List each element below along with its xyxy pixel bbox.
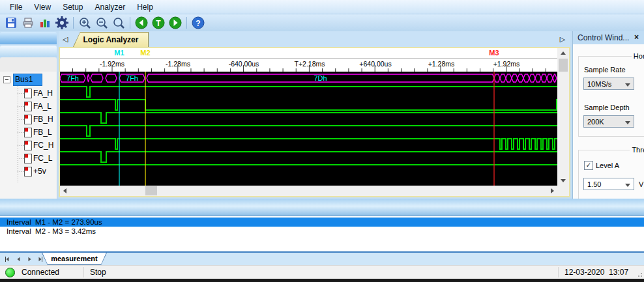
chevron-down-icon bbox=[625, 184, 630, 187]
menu-file[interactable]: File bbox=[4, 1, 28, 13]
bus-segment bbox=[494, 74, 500, 82]
tab-measurement[interactable]: measurement bbox=[42, 253, 107, 265]
tree-item-bus1[interactable]: Bus1 bbox=[0, 74, 57, 86]
ruler-tick-label: +640.00us bbox=[359, 60, 391, 68]
scroll-right-icon[interactable] bbox=[548, 186, 557, 196]
hscroll-thumb[interactable] bbox=[145, 186, 157, 195]
bus-segment bbox=[106, 74, 117, 82]
resize-grip[interactable] bbox=[636, 270, 642, 277]
chevron-down-icon bbox=[625, 83, 630, 87]
connection-status: Connected bbox=[22, 268, 59, 277]
sample-rate-label: Sample Rate bbox=[584, 66, 626, 74]
tree-item-fc-h[interactable]: FC_H bbox=[0, 139, 57, 152]
status-separator bbox=[83, 267, 84, 277]
nav-forward-icon[interactable] bbox=[168, 16, 183, 30]
scroll-left-icon[interactable] bbox=[60, 186, 70, 196]
print-icon[interactable] bbox=[20, 16, 36, 30]
document-tab-strip: ◁ Logic Analyzer ▷ bbox=[59, 31, 570, 47]
collapse-icon[interactable] bbox=[3, 76, 10, 83]
chevron-down-icon bbox=[625, 121, 630, 124]
bus-segment bbox=[506, 74, 512, 82]
sample-depth-select[interactable]: 200K bbox=[583, 115, 634, 128]
waveform-window: M1M2M3-1.92ms-1.28ms-640.00usT+2.18ms+64… bbox=[59, 47, 570, 197]
bus-segment bbox=[547, 74, 553, 82]
first-page-icon[interactable] bbox=[3, 255, 12, 263]
tree-item-5v[interactable]: +5v bbox=[0, 165, 57, 178]
bus-label[interactable]: Bus1 bbox=[13, 74, 42, 86]
sample-rate-select[interactable]: 10MS/s bbox=[583, 78, 634, 90]
toolbar: T ? bbox=[0, 14, 644, 31]
signal-trace-FB_H bbox=[60, 113, 557, 123]
control-window-panel: Control Wind... × Hori Sample Rate 10MS/… bbox=[572, 31, 644, 199]
level-a-label: Level A bbox=[596, 162, 619, 169]
docked-toolbar-band[interactable] bbox=[0, 32, 57, 44]
nav-back-icon[interactable] bbox=[134, 16, 149, 30]
chart-icon[interactable] bbox=[37, 16, 53, 30]
status-separator bbox=[558, 267, 559, 277]
zoom-out-icon[interactable] bbox=[94, 16, 110, 30]
channel-icon bbox=[24, 115, 32, 124]
bus-segment bbox=[512, 74, 518, 82]
bus-segment bbox=[523, 74, 529, 82]
tab-logic-analyzer[interactable]: Logic Analyzer bbox=[73, 32, 149, 47]
level-a-checkbox[interactable]: ✓ bbox=[584, 161, 593, 170]
tab-scroll-left-icon[interactable]: ◁ bbox=[60, 33, 70, 45]
signal-trace-FC_L bbox=[60, 152, 557, 162]
help-icon[interactable]: ? bbox=[190, 16, 206, 30]
tree-item-fa-h[interactable]: FA_H bbox=[0, 87, 57, 100]
bus-segment bbox=[518, 74, 523, 82]
settings-gear-icon[interactable] bbox=[54, 16, 70, 30]
tree-item-fb-h[interactable]: FB_H bbox=[0, 113, 57, 126]
tab-scroll-right-icon[interactable]: ▷ bbox=[557, 33, 568, 45]
window-divider-band bbox=[0, 199, 644, 216]
next-page-icon[interactable] bbox=[25, 255, 34, 263]
menu-setup[interactable]: Setup bbox=[57, 1, 89, 13]
prev-page-icon[interactable] bbox=[14, 255, 23, 263]
scroll-down-icon[interactable] bbox=[557, 176, 569, 186]
bus-segment bbox=[535, 74, 541, 82]
save-icon[interactable] bbox=[3, 16, 19, 30]
scroll-up-icon[interactable] bbox=[557, 48, 569, 58]
bus-value-label: 7Fh bbox=[126, 74, 138, 82]
ruler-tick-label: +1.28ms bbox=[428, 60, 455, 68]
horizontal-scrollbar[interactable] bbox=[60, 186, 557, 196]
docked-toolbar-band[interactable] bbox=[0, 46, 57, 57]
menu-analyzer[interactable]: Analyzer bbox=[89, 1, 132, 13]
marker-label-m1: M1 bbox=[114, 49, 124, 57]
marker-label-m2: M2 bbox=[140, 49, 150, 57]
channel-icon bbox=[24, 141, 32, 150]
channel-tree: Bus1 FA_H FA_L FB_H FB_L FC_H FC_L +5v bbox=[0, 72, 57, 199]
channel-icon bbox=[24, 154, 32, 163]
channel-icon bbox=[24, 102, 32, 111]
ruler-tick-label: T+2.18ms bbox=[295, 60, 325, 68]
close-icon[interactable]: × bbox=[632, 33, 641, 42]
bus-segment bbox=[553, 74, 557, 82]
measurement-row-selected[interactable]: Interval M1 - M2 = 273.90us bbox=[0, 218, 644, 227]
waveform-plot[interactable]: 7Fh7Fh7Dh bbox=[60, 72, 557, 186]
menu-bar: File View Setup Analyzer Help bbox=[0, 0, 644, 14]
zoom-icon[interactable] bbox=[111, 16, 126, 30]
signal-trace-FC_H bbox=[60, 139, 557, 149]
tree-item-fc-l[interactable]: FC_L bbox=[0, 152, 57, 165]
tree-item-fa-l[interactable]: FA_L bbox=[0, 100, 57, 113]
bus-segment bbox=[87, 74, 89, 82]
horizontal-group: Hori Sample Rate 10MS/s Sample Depth 200… bbox=[578, 56, 644, 137]
menu-help[interactable]: Help bbox=[131, 1, 159, 13]
tree-item-fb-l[interactable]: FB_L bbox=[0, 126, 57, 139]
threshold-group: Thre ✓ Level A 1.50 V bbox=[578, 150, 644, 203]
marker-label-m3: M3 bbox=[489, 49, 499, 57]
vscroll-thumb[interactable] bbox=[559, 59, 568, 72]
toolbar-separator bbox=[73, 17, 74, 29]
measurement-row[interactable]: Interval M2 - M3 = 3.42ms bbox=[0, 227, 644, 236]
threshold-select[interactable]: 1.50 bbox=[583, 178, 634, 190]
bus-segment bbox=[529, 74, 535, 82]
volt-unit-label: V bbox=[639, 180, 643, 188]
signal-trace-FA_L bbox=[60, 100, 557, 110]
vertical-scrollbar[interactable] bbox=[557, 48, 569, 186]
nav-trigger-icon[interactable]: T bbox=[151, 16, 166, 30]
menu-view[interactable]: View bbox=[28, 1, 57, 13]
svg-text:?: ? bbox=[196, 19, 200, 28]
zoom-in-icon[interactable] bbox=[77, 16, 93, 30]
measurement-panel: Interval M1 - M2 = 273.90us Interval M2 … bbox=[0, 216, 644, 251]
sheet-tab-bar: measurement bbox=[0, 251, 644, 265]
